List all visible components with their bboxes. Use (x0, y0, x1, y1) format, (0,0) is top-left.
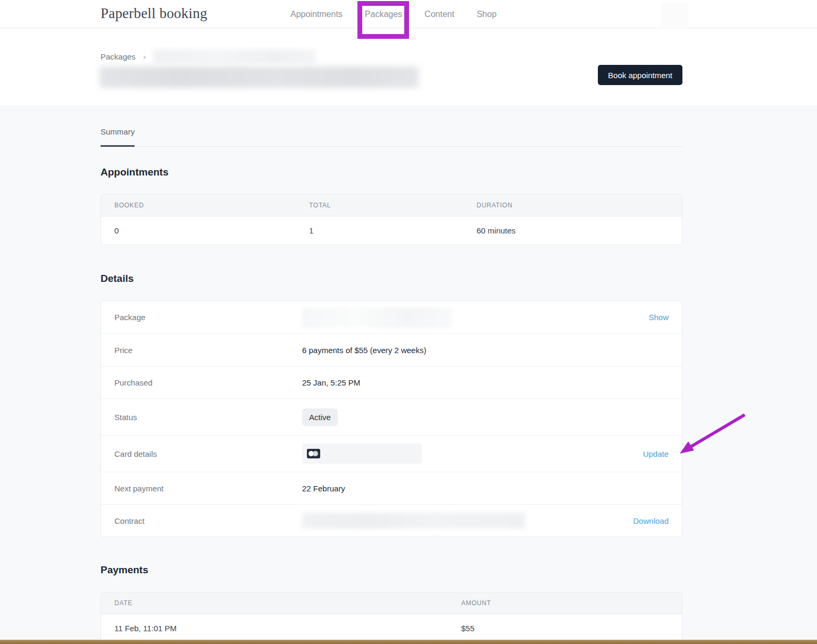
table-row: 0 1 60 minutes (101, 216, 682, 245)
nav-item-packages[interactable]: Packages (365, 10, 402, 19)
payments-heading: Payments (101, 564, 682, 576)
package-label: Package (114, 313, 302, 322)
detail-row-next-payment: Next payment 22 February (101, 472, 682, 504)
detail-row-card-details: Card details Update (101, 435, 682, 472)
detail-row-price: Price 6 payments of $55 (every 2 weeks) (101, 333, 682, 366)
detail-row-purchased: Purchased 25 Jan, 5:25 PM (101, 366, 682, 398)
detail-row-status: Status Active (101, 398, 682, 435)
package-value-redacted (302, 307, 452, 328)
show-link[interactable]: Show (648, 313, 669, 322)
next-payment-value: 22 February (302, 484, 669, 493)
nav-item-shop[interactable]: Shop (477, 10, 496, 19)
col-date: DATE (101, 599, 461, 607)
col-total: TOTAL (309, 202, 477, 209)
main-content: Summary Appointments BOOKED TOTAL DURATI… (0, 105, 817, 640)
col-amount: AMOUNT (461, 599, 682, 607)
appointments-table: BOOKED TOTAL DURATION 0 1 60 minutes (101, 194, 682, 245)
breadcrumb-current-redacted (153, 49, 315, 63)
duration-value: 60 minutes (477, 226, 682, 235)
tab-summary[interactable]: Summary (101, 127, 135, 147)
credit-card-icon (307, 449, 320, 458)
col-duration: DURATION (477, 202, 682, 209)
download-link[interactable]: Download (633, 516, 669, 525)
main-nav: Appointments Packages Content Shop (290, 0, 497, 28)
payments-table: DATE AMOUNT 11 Feb, 11:01 PM $55 (101, 592, 682, 643)
purchased-value: 25 Jan, 5:25 PM (302, 378, 669, 387)
status-label: Status (114, 413, 302, 422)
nav-item-content[interactable]: Content (424, 10, 454, 19)
nav-item-appointments[interactable]: Appointments (290, 10, 343, 19)
detail-row-package: Package Show (101, 301, 682, 333)
price-label: Price (114, 346, 302, 355)
page-title-redacted (99, 66, 419, 88)
breadcrumb: Packages › (101, 49, 315, 63)
breadcrumb-packages-link[interactable]: Packages (101, 52, 136, 61)
details-heading: Details (101, 273, 682, 285)
purchased-label: Purchased (114, 378, 302, 387)
contract-label: Contract (114, 516, 302, 525)
table-row: 11 Feb, 11:01 PM $55 (101, 614, 682, 642)
book-appointment-button[interactable]: Book appointment (598, 65, 682, 85)
contract-value-redacted (302, 513, 526, 529)
chevron-right-icon: › (143, 52, 146, 61)
page-header-section: Packages › Book appointment (0, 28, 817, 105)
appointments-heading: Appointments (101, 166, 682, 178)
app-logo[interactable]: Paperbell booking (101, 5, 207, 22)
status-badge: Active (302, 408, 338, 426)
card-number-redacted (302, 444, 422, 464)
total-value: 1 (309, 226, 477, 235)
update-link[interactable]: Update (643, 449, 669, 458)
top-nav-bar: Paperbell booking Appointments Packages … (0, 0, 817, 28)
appointments-table-header: BOOKED TOTAL DURATION (101, 195, 682, 216)
bottom-edge-bar (0, 640, 817, 644)
price-value: 6 payments of $55 (every 2 weeks) (302, 346, 669, 355)
payments-table-header: DATE AMOUNT (101, 592, 682, 614)
avatar[interactable] (661, 2, 689, 27)
detail-row-contract: Contract Download (101, 504, 682, 537)
tab-bar: Summary (101, 105, 682, 147)
payment-date-value: 11 Feb, 11:01 PM (101, 624, 461, 633)
col-booked: BOOKED (101, 202, 309, 209)
details-card: Package Show Price 6 payments of $55 (ev… (101, 300, 682, 537)
card-details-label: Card details (114, 449, 302, 458)
booked-value: 0 (101, 226, 309, 235)
next-payment-label: Next payment (114, 484, 302, 493)
payment-amount-value: $55 (461, 624, 682, 633)
